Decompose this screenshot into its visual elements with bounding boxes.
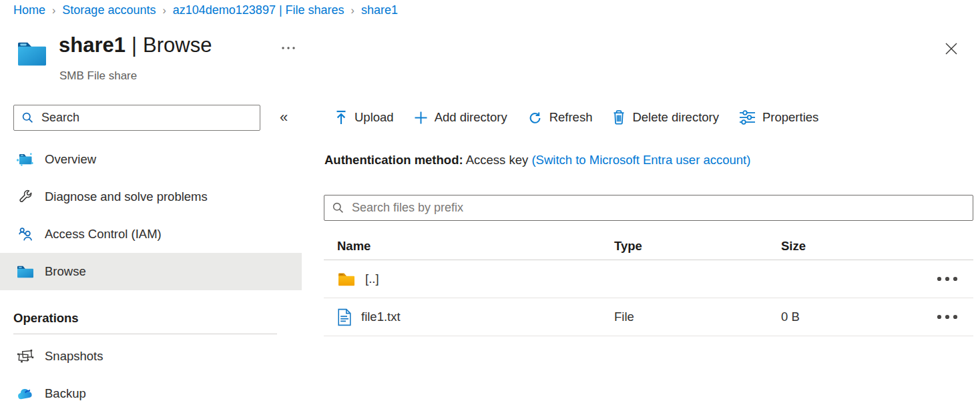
more-options-icon[interactable] xyxy=(279,41,298,55)
file-size: 0 B xyxy=(781,310,915,324)
sidebar: « Overview xyxy=(0,97,302,419)
blade-name: Browse xyxy=(143,33,212,57)
toolbar-label: Upload xyxy=(354,110,394,125)
sidebar-item-label: Diagnose and solve problems xyxy=(45,189,208,204)
toolbar-label: Refresh xyxy=(549,110,593,125)
column-header-name: Name xyxy=(324,239,614,254)
sidebar-item-label: Backup xyxy=(45,386,86,401)
breadcrumb: Home › Storage accounts › az104demo12389… xyxy=(13,1,398,19)
breadcrumb-file-shares[interactable]: az104demo123897 | File shares xyxy=(173,3,344,17)
refresh-button[interactable]: Refresh xyxy=(527,110,593,125)
file-name: [..] xyxy=(365,272,379,286)
overview-folder-icon xyxy=(16,151,34,168)
close-icon[interactable] xyxy=(939,37,963,61)
column-header-size: Size xyxy=(781,239,915,254)
chevron-right-icon: › xyxy=(52,4,55,17)
command-bar: Upload Add directory Refresh xyxy=(334,105,818,130)
switch-auth-link[interactable]: (Switch to Microsoft Entra user account) xyxy=(531,153,750,167)
page-title: share1 | Browse xyxy=(59,33,212,57)
toolbar-label: Add directory xyxy=(435,110,507,125)
auth-value: Access key xyxy=(466,153,529,167)
sidebar-item-label: Access Control (IAM) xyxy=(45,227,162,242)
column-header-type: Type xyxy=(614,239,781,254)
sidebar-item-overview[interactable]: Overview xyxy=(0,141,302,178)
table-header: Name Type Size xyxy=(324,232,973,260)
sidebar-item-backup[interactable]: Backup xyxy=(0,375,302,412)
sidebar-item-label: Overview xyxy=(45,152,96,167)
file-search-input[interactable] xyxy=(350,200,965,216)
upload-button[interactable]: Upload xyxy=(334,109,394,125)
title-separator: | xyxy=(132,33,137,57)
row-menu-icon[interactable] xyxy=(936,272,959,286)
page-subtitle: SMB File share xyxy=(59,69,137,83)
sidebar-item-label: Browse xyxy=(45,264,86,279)
sidebar-item-access-control[interactable]: Access Control (IAM) xyxy=(0,216,302,253)
people-icon xyxy=(16,226,34,243)
delete-directory-button[interactable]: Delete directory xyxy=(612,109,719,125)
sidebar-item-snapshots[interactable]: Snapshots xyxy=(0,338,302,375)
backup-cloud-icon xyxy=(16,385,34,402)
sidebar-item-diagnose[interactable]: Diagnose and solve problems xyxy=(0,178,302,216)
sidebar-item-browse[interactable]: Browse xyxy=(0,253,302,290)
folder-icon xyxy=(337,272,356,287)
resource-name: share1 xyxy=(59,33,126,57)
toolbar-label: Delete directory xyxy=(632,110,719,125)
table-row-parent-directory[interactable]: [..] xyxy=(324,260,973,298)
add-directory-button[interactable]: Add directory xyxy=(414,110,507,125)
search-icon xyxy=(332,201,344,214)
breadcrumb-share1[interactable]: share1 xyxy=(361,3,398,17)
file-name: file1.txt xyxy=(361,310,401,324)
file-share-icon xyxy=(16,38,48,70)
chevron-right-icon: › xyxy=(351,4,354,17)
breadcrumb-storage-accounts[interactable]: Storage accounts xyxy=(62,3,156,17)
auth-label: Authentication method: xyxy=(324,153,463,167)
sidebar-item-label: Snapshots xyxy=(45,349,103,364)
collapse-sidebar-icon[interactable]: « xyxy=(272,105,296,129)
plus-icon xyxy=(414,111,428,125)
trash-icon xyxy=(612,109,626,125)
browse-folder-icon xyxy=(16,263,34,280)
file-document-icon xyxy=(337,308,352,326)
row-menu-icon[interactable] xyxy=(936,310,959,324)
search-icon xyxy=(21,111,34,124)
file-table: Name Type Size [..] xyxy=(324,232,973,336)
chevron-right-icon: › xyxy=(162,4,166,17)
sidebar-section-operations: Operations xyxy=(13,309,79,328)
sliders-icon xyxy=(739,110,756,125)
upload-icon xyxy=(334,109,348,125)
sidebar-search-input[interactable] xyxy=(40,110,252,125)
table-row-file1[interactable]: file1.txt File 0 B xyxy=(324,298,973,336)
snapshots-icon xyxy=(16,348,34,365)
refresh-icon xyxy=(527,110,543,125)
breadcrumb-home[interactable]: Home xyxy=(13,3,45,17)
toolbar-label: Properties xyxy=(762,110,818,125)
authentication-method-line: Authentication method: Access key (Switc… xyxy=(324,153,750,167)
wrench-icon xyxy=(16,188,34,205)
file-type: File xyxy=(614,310,781,324)
properties-button[interactable]: Properties xyxy=(739,110,818,125)
file-search xyxy=(324,195,973,221)
sidebar-search xyxy=(13,105,260,131)
section-divider xyxy=(13,334,277,334)
